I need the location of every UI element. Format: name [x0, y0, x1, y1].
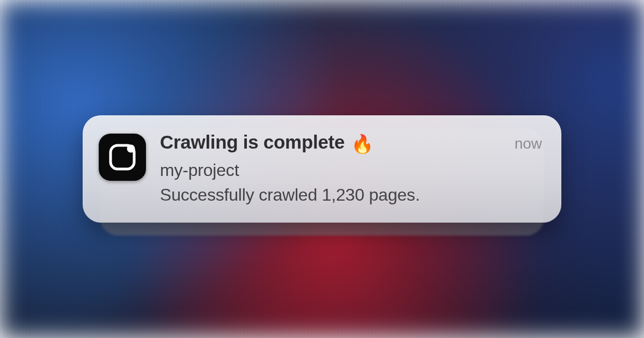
fire-emoji: 🔥	[351, 135, 374, 153]
notification-stack: Crawling is complete 🔥 now my-project Su…	[83, 115, 561, 223]
app-icon	[99, 134, 146, 181]
notification-timestamp: now	[515, 135, 542, 152]
notification-card[interactable]: Crawling is complete 🔥 now my-project Su…	[83, 115, 561, 223]
svg-point-1	[127, 144, 135, 152]
notification-title: Crawling is complete	[160, 131, 345, 153]
notification-text: Crawling is complete 🔥 now my-project Su…	[160, 130, 542, 207]
notification-subtitle: my-project	[160, 158, 542, 182]
app-badge-icon	[107, 142, 137, 172]
notification-body: Successfully crawled 1,230 pages.	[160, 183, 542, 207]
